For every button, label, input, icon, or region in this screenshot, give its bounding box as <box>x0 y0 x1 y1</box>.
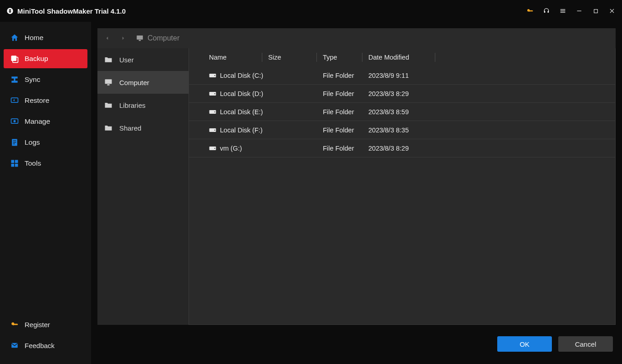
monitor-icon <box>136 34 144 42</box>
path-text: Computer <box>148 34 179 42</box>
svg-rect-9 <box>13 142 16 142</box>
app-body: Home Backup Sync Restore <box>0 22 622 364</box>
col-spacer <box>435 48 615 66</box>
sidebar-item-tools[interactable]: Tools <box>4 154 87 173</box>
table-row[interactable]: Local Disk (D:) File Folder 2023/8/3 8:2… <box>189 85 615 103</box>
svg-rect-19 <box>107 84 110 86</box>
path-box[interactable]: Computer <box>132 31 612 46</box>
headset-icon[interactable] <box>543 7 550 15</box>
sidebar-item-label: Manage <box>25 117 50 126</box>
forward-icon[interactable] <box>117 32 129 45</box>
mail-icon <box>10 341 19 350</box>
svg-rect-10 <box>13 144 15 144</box>
app-title: MiniTool ShadowMaker Trial 4.1.0 <box>17 7 126 15</box>
svg-rect-2 <box>11 56 17 61</box>
back-icon[interactable] <box>101 32 114 45</box>
key-icon <box>10 320 19 329</box>
svg-point-23 <box>214 93 215 94</box>
tree-item-libraries[interactable]: Libraries <box>97 94 189 116</box>
row-type: File Folder <box>323 108 354 116</box>
sidebar-item-label: Restore <box>25 96 49 105</box>
maximize-icon[interactable] <box>592 7 599 15</box>
svg-rect-8 <box>13 141 16 141</box>
svg-point-27 <box>214 129 215 130</box>
row-name: Local Disk (E:) <box>220 108 263 116</box>
cancel-button[interactable]: Cancel <box>558 336 613 352</box>
sidebar-feedback-label: Feedback <box>25 342 55 349</box>
sidebar-item-label: Backup <box>25 55 48 63</box>
folder-user-icon <box>104 55 113 64</box>
row-date: 2023/8/3 8:29 <box>368 145 409 152</box>
svg-rect-13 <box>11 164 15 167</box>
close-icon[interactable] <box>608 7 616 15</box>
svg-rect-1 <box>594 9 597 13</box>
sidebar-item-label: Logs <box>25 138 40 147</box>
tree-item-label: Shared <box>119 124 141 132</box>
main: Computer User Computer <box>91 22 622 364</box>
ok-button[interactable]: OK <box>497 336 552 352</box>
svg-rect-14 <box>15 164 18 167</box>
sidebar-feedback[interactable]: Feedback <box>4 336 87 355</box>
svg-point-25 <box>214 111 215 112</box>
minimize-icon[interactable] <box>576 7 583 15</box>
sidebar-item-manage[interactable]: Manage <box>4 112 87 131</box>
svg-rect-0 <box>577 10 581 11</box>
col-date[interactable]: Date Modified <box>362 48 435 66</box>
menu-icon[interactable] <box>559 7 566 15</box>
backup-icon <box>10 54 19 63</box>
tree-item-user[interactable]: User <box>97 48 189 71</box>
svg-rect-17 <box>139 40 141 41</box>
dialog-footer: OK Cancel <box>97 331 616 357</box>
row-name: Local Disk (D:) <box>220 90 263 97</box>
row-date: 2023/8/9 9:11 <box>368 72 409 79</box>
restore-icon <box>10 96 19 105</box>
sidebar-nav: Home Backup Sync Restore <box>4 28 87 173</box>
sidebar-bottom: Register Feedback <box>4 315 87 357</box>
svg-rect-18 <box>105 79 112 84</box>
col-name[interactable]: Name <box>189 48 262 66</box>
sidebar-item-sync[interactable]: Sync <box>4 70 87 89</box>
row-name: Local Disk (F:) <box>220 126 262 134</box>
app-logo-icon <box>6 7 14 15</box>
col-size[interactable]: Size <box>262 48 316 66</box>
drive-icon <box>209 109 216 115</box>
table-row[interactable]: Local Disk (F:) File Folder 2023/8/3 8:3… <box>189 121 615 139</box>
sidebar-item-home[interactable]: Home <box>4 28 87 47</box>
table-row[interactable]: Local Disk (C:) File Folder 2023/8/9 9:1… <box>189 66 615 85</box>
sidebar-item-restore[interactable]: Restore <box>4 91 87 110</box>
tree-item-shared[interactable]: Shared <box>97 116 189 139</box>
sidebar-item-logs[interactable]: Logs <box>4 133 87 152</box>
sidebar-item-backup[interactable]: Backup <box>4 49 87 68</box>
row-date: 2023/8/3 8:35 <box>368 126 409 134</box>
sidebar-item-label: Sync <box>25 76 40 84</box>
table-row[interactable]: Local Disk (E:) File Folder 2023/8/3 8:5… <box>189 103 615 121</box>
sync-icon <box>10 75 19 84</box>
tree-pane: User Computer Libraries <box>97 48 189 325</box>
svg-rect-11 <box>11 160 15 163</box>
svg-rect-12 <box>15 160 18 163</box>
col-type[interactable]: Type <box>316 48 362 66</box>
svg-point-21 <box>214 75 215 76</box>
tree-item-label: Computer <box>119 79 149 86</box>
tree-item-computer[interactable]: Computer <box>97 71 189 94</box>
drive-icon <box>209 73 216 78</box>
titlebar-right <box>526 7 616 15</box>
row-type: File Folder <box>323 126 354 134</box>
titlebar: MiniTool ShadowMaker Trial 4.1.0 <box>0 0 622 22</box>
manage-icon <box>10 117 19 126</box>
drive-icon <box>209 91 216 96</box>
sidebar-register[interactable]: Register <box>4 315 87 334</box>
file-pane: Name Size Type Date Modified Local Disk … <box>189 48 616 325</box>
row-name: vm (G:) <box>220 145 242 152</box>
column-headers: Name Size Type Date Modified <box>189 48 615 66</box>
key-icon[interactable] <box>526 7 534 15</box>
drive-icon <box>209 127 216 133</box>
home-icon <box>10 33 19 42</box>
titlebar-left: MiniTool ShadowMaker Trial 4.1.0 <box>6 7 126 15</box>
sidebar: Home Backup Sync Restore <box>0 22 91 364</box>
sidebar-item-label: Home <box>25 34 43 42</box>
file-rows: Local Disk (C:) File Folder 2023/8/9 9:1… <box>189 66 615 324</box>
row-type: File Folder <box>323 90 354 97</box>
table-row[interactable]: vm (G:) File Folder 2023/8/3 8:29 <box>189 139 615 157</box>
pathbar: Computer <box>97 28 616 48</box>
